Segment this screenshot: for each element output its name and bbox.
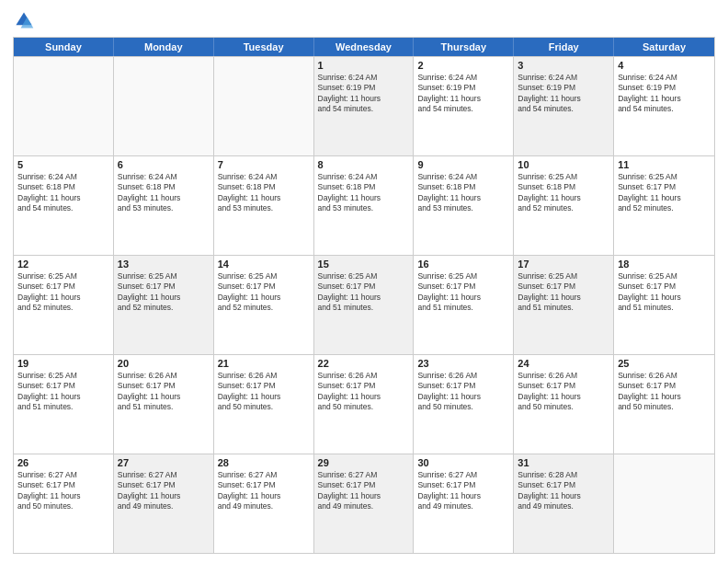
day-number: 27 (118, 457, 210, 468)
empty-cell (614, 454, 714, 553)
day-number: 26 (17, 457, 109, 468)
day-info: Sunrise: 6:24 AM Sunset: 6:19 PM Dayligh… (417, 73, 509, 115)
day-cell-27: 27Sunrise: 6:27 AM Sunset: 6:17 PM Dayli… (114, 454, 214, 553)
day-cell-28: 28Sunrise: 6:27 AM Sunset: 6:17 PM Dayli… (214, 454, 314, 553)
day-number: 20 (118, 358, 210, 369)
day-info: Sunrise: 6:24 AM Sunset: 6:18 PM Dayligh… (17, 172, 109, 214)
day-number: 6 (118, 159, 210, 170)
day-number: 14 (218, 259, 310, 270)
day-info: Sunrise: 6:24 AM Sunset: 6:19 PM Dayligh… (618, 73, 711, 115)
day-cell-10: 10Sunrise: 6:25 AM Sunset: 6:18 PM Dayli… (514, 156, 614, 255)
day-number: 31 (518, 457, 609, 468)
day-info: Sunrise: 6:26 AM Sunset: 6:17 PM Dayligh… (118, 371, 210, 413)
header-day-tuesday: Tuesday (214, 38, 314, 56)
day-number: 9 (417, 159, 509, 170)
day-cell-14: 14Sunrise: 6:25 AM Sunset: 6:17 PM Dayli… (214, 256, 314, 354)
empty-cell (114, 57, 214, 155)
day-cell-18: 18Sunrise: 6:25 AM Sunset: 6:17 PM Dayli… (614, 256, 714, 354)
logo (13, 9, 38, 31)
day-number: 25 (618, 358, 711, 369)
empty-cell (214, 57, 314, 155)
day-number: 8 (318, 159, 410, 170)
day-info: Sunrise: 6:26 AM Sunset: 6:17 PM Dayligh… (518, 371, 609, 413)
page: SundayMondayTuesdayWednesdayThursdayFrid… (0, 0, 728, 563)
day-info: Sunrise: 6:25 AM Sunset: 6:17 PM Dayligh… (218, 271, 310, 314)
day-number: 4 (618, 60, 711, 71)
day-cell-9: 9Sunrise: 6:24 AM Sunset: 6:18 PM Daylig… (414, 156, 514, 255)
day-info: Sunrise: 6:27 AM Sunset: 6:17 PM Dayligh… (318, 470, 410, 512)
header-day-wednesday: Wednesday (314, 38, 415, 56)
day-number: 29 (318, 457, 410, 468)
header-day-sunday: Sunday (14, 38, 114, 56)
day-number: 18 (618, 259, 711, 270)
day-cell-13: 13Sunrise: 6:25 AM Sunset: 6:17 PM Dayli… (114, 256, 214, 354)
day-info: Sunrise: 6:24 AM Sunset: 6:18 PM Dayligh… (218, 172, 310, 214)
day-info: Sunrise: 6:26 AM Sunset: 6:17 PM Dayligh… (417, 371, 509, 413)
day-info: Sunrise: 6:26 AM Sunset: 6:17 PM Dayligh… (618, 371, 711, 413)
day-info: Sunrise: 6:25 AM Sunset: 6:17 PM Dayligh… (417, 271, 509, 314)
day-info: Sunrise: 6:27 AM Sunset: 6:17 PM Dayligh… (17, 470, 109, 512)
day-cell-5: 5Sunrise: 6:24 AM Sunset: 6:18 PM Daylig… (14, 156, 114, 255)
calendar-body: 1Sunrise: 6:24 AM Sunset: 6:19 PM Daylig… (14, 56, 714, 553)
day-number: 22 (318, 358, 410, 369)
day-info: Sunrise: 6:25 AM Sunset: 6:18 PM Dayligh… (518, 172, 609, 214)
day-cell-12: 12Sunrise: 6:25 AM Sunset: 6:17 PM Dayli… (14, 256, 114, 354)
day-cell-3: 3Sunrise: 6:24 AM Sunset: 6:19 PM Daylig… (514, 57, 614, 155)
day-cell-22: 22Sunrise: 6:26 AM Sunset: 6:17 PM Dayli… (314, 355, 415, 454)
day-info: Sunrise: 6:25 AM Sunset: 6:17 PM Dayligh… (17, 371, 109, 413)
day-cell-31: 31Sunrise: 6:28 AM Sunset: 6:17 PM Dayli… (514, 454, 614, 553)
day-info: Sunrise: 6:24 AM Sunset: 6:18 PM Dayligh… (417, 172, 509, 214)
day-number: 13 (118, 259, 210, 270)
day-info: Sunrise: 6:24 AM Sunset: 6:19 PM Dayligh… (318, 73, 410, 115)
day-cell-19: 19Sunrise: 6:25 AM Sunset: 6:17 PM Dayli… (14, 355, 114, 454)
week-row-3: 12Sunrise: 6:25 AM Sunset: 6:17 PM Dayli… (14, 255, 714, 354)
day-number: 16 (417, 259, 509, 270)
day-number: 24 (518, 358, 609, 369)
day-cell-21: 21Sunrise: 6:26 AM Sunset: 6:17 PM Dayli… (214, 355, 314, 454)
day-info: Sunrise: 6:25 AM Sunset: 6:17 PM Dayligh… (618, 271, 711, 314)
day-number: 21 (218, 358, 310, 369)
week-row-4: 19Sunrise: 6:25 AM Sunset: 6:17 PM Dayli… (14, 354, 714, 454)
day-number: 12 (17, 259, 109, 270)
day-info: Sunrise: 6:24 AM Sunset: 6:19 PM Dayligh… (518, 73, 609, 115)
header-day-saturday: Saturday (614, 38, 714, 56)
day-cell-15: 15Sunrise: 6:25 AM Sunset: 6:17 PM Dayli… (314, 256, 415, 354)
header (13, 9, 715, 31)
day-info: Sunrise: 6:25 AM Sunset: 6:17 PM Dayligh… (518, 271, 609, 314)
day-info: Sunrise: 6:27 AM Sunset: 6:17 PM Dayligh… (417, 470, 509, 512)
day-cell-11: 11Sunrise: 6:25 AM Sunset: 6:17 PM Dayli… (614, 156, 714, 255)
day-info: Sunrise: 6:27 AM Sunset: 6:17 PM Dayligh… (218, 470, 310, 512)
day-number: 23 (417, 358, 509, 369)
calendar-header-row: SundayMondayTuesdayWednesdayThursdayFrid… (14, 38, 714, 56)
header-day-friday: Friday (514, 38, 614, 56)
day-cell-17: 17Sunrise: 6:25 AM Sunset: 6:17 PM Dayli… (514, 256, 614, 354)
day-number: 5 (17, 159, 109, 170)
day-cell-30: 30Sunrise: 6:27 AM Sunset: 6:17 PM Dayli… (414, 454, 514, 553)
day-info: Sunrise: 6:27 AM Sunset: 6:17 PM Dayligh… (118, 470, 210, 512)
day-info: Sunrise: 6:24 AM Sunset: 6:18 PM Dayligh… (318, 172, 410, 214)
week-row-1: 1Sunrise: 6:24 AM Sunset: 6:19 PM Daylig… (14, 56, 714, 155)
day-number: 11 (618, 159, 711, 170)
day-number: 1 (318, 60, 410, 71)
day-info: Sunrise: 6:26 AM Sunset: 6:17 PM Dayligh… (218, 371, 310, 413)
day-cell-26: 26Sunrise: 6:27 AM Sunset: 6:17 PM Dayli… (14, 454, 114, 553)
day-number: 17 (518, 259, 609, 270)
day-info: Sunrise: 6:25 AM Sunset: 6:17 PM Dayligh… (318, 271, 410, 314)
day-cell-4: 4Sunrise: 6:24 AM Sunset: 6:19 PM Daylig… (614, 57, 714, 155)
day-number: 2 (417, 60, 509, 71)
day-number: 7 (218, 159, 310, 170)
header-day-monday: Monday (114, 38, 214, 56)
day-number: 10 (518, 159, 609, 170)
day-cell-7: 7Sunrise: 6:24 AM Sunset: 6:18 PM Daylig… (214, 156, 314, 255)
day-info: Sunrise: 6:25 AM Sunset: 6:17 PM Dayligh… (17, 271, 109, 314)
day-number: 30 (417, 457, 509, 468)
day-cell-6: 6Sunrise: 6:24 AM Sunset: 6:18 PM Daylig… (114, 156, 214, 255)
empty-cell (14, 57, 114, 155)
day-info: Sunrise: 6:28 AM Sunset: 6:17 PM Dayligh… (518, 470, 609, 512)
logo-icon (13, 9, 35, 31)
day-info: Sunrise: 6:24 AM Sunset: 6:18 PM Dayligh… (118, 172, 210, 214)
day-cell-20: 20Sunrise: 6:26 AM Sunset: 6:17 PM Dayli… (114, 355, 214, 454)
day-number: 15 (318, 259, 410, 270)
day-info: Sunrise: 6:26 AM Sunset: 6:17 PM Dayligh… (318, 371, 410, 413)
header-day-thursday: Thursday (414, 38, 514, 56)
